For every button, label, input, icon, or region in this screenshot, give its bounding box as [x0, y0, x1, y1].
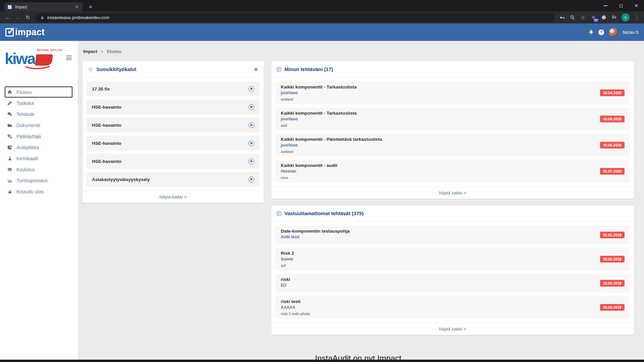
task-location: Antti testi	[281, 235, 595, 239]
folder-icon	[7, 123, 13, 128]
lock-icon	[7, 189, 13, 194]
reload-button[interactable]: ↻	[23, 14, 33, 20]
task-title: Date-komponentin testauspohja	[281, 229, 595, 234]
notifications-bell-icon[interactable]	[589, 29, 594, 35]
tab-favicon-icon: ✓	[7, 5, 12, 9]
window-minimize-button[interactable]	[598, 0, 613, 11]
due-date-badge: 30.04.2020	[600, 116, 625, 122]
help-icon[interactable]: ?	[598, 29, 604, 35]
task-row[interactable]: riski EU 16.03.2018	[275, 274, 630, 293]
favorites-list: 17.35 fix HSE-havainto HSE-havainto	[83, 77, 264, 191]
toolbar-icons: ☆ ✳9+ s ⋮	[559, 13, 640, 21]
kiwa-logo-text: kiwa	[5, 52, 35, 66]
password-key-icon[interactable]	[559, 14, 565, 20]
task-description: asdasd	[281, 97, 595, 101]
task-row[interactable]: Kaikki komponentit - Päivitettävä tarkas…	[275, 134, 630, 157]
task-row[interactable]: riski testi AAAAA riski 2 todo photo 20.…	[275, 296, 630, 319]
task-row[interactable]: Risk 2 Suomi asf 28.02.2018	[275, 248, 630, 270]
my-tasks-show-all-link[interactable]: Näytä kaikki >	[271, 187, 634, 199]
comments-icon	[7, 112, 13, 117]
sidebar-item-kemikaalit[interactable]: Kemikaalit	[5, 153, 72, 164]
play-circle-icon[interactable]	[249, 140, 254, 146]
play-circle-icon[interactable]	[249, 177, 254, 182]
sidebar-item-etusivu[interactable]: Etusivu	[5, 86, 72, 98]
sidebar-item-tehtavat[interactable]: Tehtävät	[5, 109, 72, 120]
browser-tab[interactable]: ✓ Impact ✕	[4, 2, 83, 11]
task-row[interactable]: Kaikki komponentit - Tarkastuslista juur…	[275, 108, 630, 130]
play-circle-icon[interactable]	[249, 104, 254, 110]
browser-tabstrip: ✓ Impact ✕ + ✕	[0, 0, 644, 11]
favorite-row[interactable]: 17.35 fix	[87, 81, 260, 96]
checkbox-icon: ✓	[277, 67, 281, 71]
task-description: riski 2 todo photo	[281, 312, 595, 316]
sidebar-item-kirjaudu-ulos[interactable]: Kirjaudu ulos	[5, 186, 72, 197]
unassigned-tasks-list: Date-komponentin testauspohja Antti test…	[271, 222, 634, 323]
task-row[interactable]: Date-komponentin testauspohja Antti test…	[275, 226, 630, 244]
add-favorite-button[interactable]: +	[254, 65, 258, 73]
sidebar-item-koulutus[interactable]: Koulutus	[5, 164, 72, 175]
task-description: moo	[281, 176, 595, 180]
breadcrumb-separator: >	[101, 49, 104, 54]
extensions-puzzle-icon[interactable]	[601, 14, 607, 20]
task-title: Kaikki komponentit - audit	[281, 163, 595, 168]
address-bar[interactable]: instarelease.probreakerdev.com	[36, 13, 554, 22]
sidebar-toggle-hamburger-icon[interactable]	[66, 56, 72, 60]
favorite-row[interactable]: HSE-havainto	[87, 154, 260, 169]
task-row[interactable]: Kaikki komponentit - audit Helsinki moo …	[275, 160, 630, 183]
browser-profile-avatar[interactable]: s	[622, 13, 630, 21]
unassigned-tasks-show-all-link[interactable]: Näytä kaikki >	[271, 323, 634, 335]
window-restore-button[interactable]	[613, 0, 629, 11]
play-circle-icon[interactable]	[249, 159, 254, 164]
favorite-label: HSE-havainto	[92, 159, 249, 164]
due-date-badge: 30.06.2020	[600, 142, 625, 148]
pie-chart-icon	[7, 145, 13, 150]
flask-icon	[7, 156, 13, 161]
checkbox-icon: ✓	[277, 211, 281, 216]
extension-starburst-icon[interactable]: ✳9+	[590, 14, 596, 20]
forward-button[interactable]: →	[13, 14, 23, 21]
bookmark-star-icon[interactable]: ☆	[580, 14, 586, 20]
favorites-show-all-link[interactable]: Näytä kaikki >	[83, 191, 264, 203]
wrench-icon	[7, 101, 13, 106]
user-avatar[interactable]	[609, 28, 618, 37]
sidebar-item-label: Koulutus	[16, 167, 35, 172]
sidebar-item-label: Kirjaudu ulos	[16, 189, 44, 194]
task-title: Kaikki komponentit - Tarkastuslista	[281, 111, 595, 116]
play-circle-icon[interactable]	[249, 122, 254, 128]
favorite-row[interactable]: HSE-havainto	[87, 100, 260, 114]
sidebar-item-tuntiraportointi[interactable]: Tuntiraportointi	[5, 175, 72, 186]
browser-menu-icon[interactable]: ⋮	[634, 14, 640, 20]
sidebar-item-dokumentit[interactable]: Dokumentit	[5, 120, 72, 131]
workspace: RELEASE TESTI TILI kiwa Etusivu Työkalut	[0, 41, 644, 360]
new-tab-button[interactable]: +	[87, 3, 95, 11]
kiwa-logo: RELEASE TESTI TILI kiwa	[5, 48, 73, 76]
favorite-row[interactable]: HSE-havainto	[87, 136, 260, 150]
sidebar-item-paakayttaja[interactable]: Pääkäyttäjä	[5, 131, 72, 142]
due-date-badge: 30.04.2020	[600, 89, 625, 96]
sidebar-item-label: Työkalut	[16, 101, 34, 106]
back-button[interactable]: ←	[3, 14, 13, 21]
sidebar-item-analytiikka[interactable]: Analytiikka	[5, 142, 72, 153]
favorite-row[interactable]: Asiakastyytyväisyyskysely	[87, 172, 260, 187]
minimize-icon	[604, 5, 607, 6]
browser-toolbar: ← → ↻ instarelease.probreakerdev.com ☆ ✳…	[0, 11, 644, 23]
tab-title: Impact	[15, 5, 74, 9]
zoom-magnifier-icon[interactable]	[570, 14, 576, 20]
favorite-label: HSE-havainto	[92, 105, 249, 110]
task-title: riski	[281, 277, 595, 282]
play-circle-icon[interactable]	[249, 86, 254, 92]
task-row[interactable]: Kaikki komponentit - Tarkastuslista juur…	[275, 81, 630, 104]
task-description: asdasd	[281, 149, 595, 154]
header-actions: ? Niclas S	[589, 28, 639, 37]
reading-list-icon[interactable]	[611, 14, 617, 20]
sidebar-item-label: Dokumentit	[16, 123, 40, 128]
window-close-button[interactable]: ✕	[629, 0, 644, 11]
breadcrumb-root[interactable]: Impact	[83, 49, 97, 54]
task-location: Suomi	[281, 257, 595, 261]
impact-logo-text: impact	[15, 27, 45, 38]
gears-icon	[7, 134, 13, 139]
favorite-row[interactable]: HSE-havainto	[87, 118, 260, 132]
task-description: asd	[281, 123, 595, 127]
sidebar-item-tyokalut[interactable]: Työkalut	[5, 98, 72, 109]
tab-close-icon[interactable]: ✕	[74, 4, 80, 10]
